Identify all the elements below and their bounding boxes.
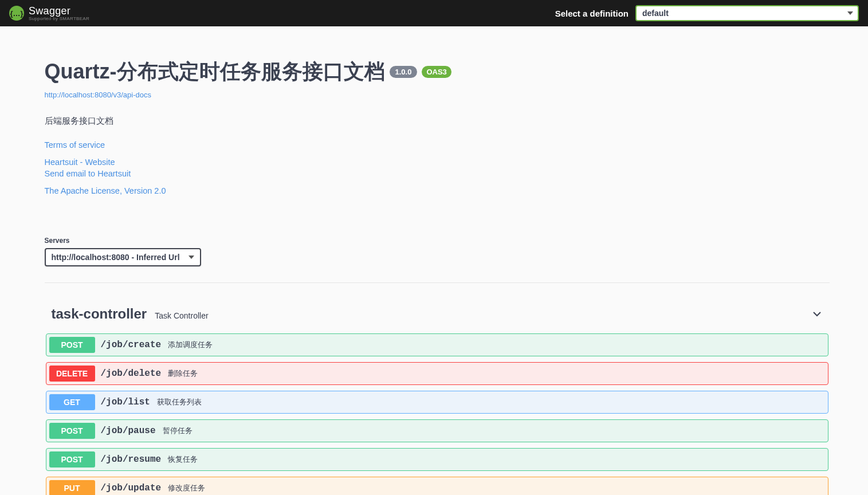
operation-summary: 恢复任务 <box>168 454 198 465</box>
operation-path: /job/resume <box>101 454 162 465</box>
operation-row[interactable]: GET/job/list获取任务列表 <box>46 391 828 414</box>
servers-label: Servers <box>45 237 830 245</box>
logo: {…} Swagger Supported by SMARTBEAR <box>9 5 89 21</box>
operation-row[interactable]: POST/job/resume恢复任务 <box>46 448 828 471</box>
servers-section: Servers http://localhost:8080 - Inferred… <box>45 237 830 283</box>
spec-url-link[interactable]: http://localhost:8080/v3/api-docs <box>45 91 151 99</box>
terms-link[interactable]: Terms of service <box>45 140 830 150</box>
tag-name: task-controller <box>52 306 147 322</box>
contact-website-link[interactable]: Heartsuit - Website <box>45 158 830 167</box>
operation-row[interactable]: DELETE/job/delete删除任务 <box>46 362 828 385</box>
operation-row[interactable]: POST/job/pause暂停任务 <box>46 419 828 442</box>
operation-summary: 修改度任务 <box>168 483 205 493</box>
operation-path: /job/list <box>101 397 150 407</box>
license-link[interactable]: The Apache License, Version 2.0 <box>45 186 830 195</box>
method-badge: POST <box>49 337 95 353</box>
api-title: Quartz-分布式定时任务服务接口文档 <box>45 58 385 86</box>
tag-section: task-controller Task Controller POST/job… <box>45 301 830 495</box>
operation-path: /job/delete <box>101 368 162 379</box>
method-badge: GET <box>49 394 95 410</box>
method-badge: POST <box>49 423 95 439</box>
contact-email-link[interactable]: Send email to Heartsuit <box>45 169 830 178</box>
operation-summary: 添加调度任务 <box>168 340 213 350</box>
version-badge: 1.0.0 <box>390 66 418 78</box>
brand-text: Swagger <box>29 5 70 17</box>
operation-path: /job/update <box>101 483 162 493</box>
server-select[interactable]: http://localhost:8080 - Inferred Url <box>45 248 201 266</box>
info-section: Quartz-分布式定时任务服务接口文档 1.0.0 OAS3 http://l… <box>45 26 830 215</box>
definition-label: Select a definition <box>555 9 629 18</box>
operation-summary: 删除任务 <box>168 368 198 379</box>
tag-description: Task Controller <box>155 311 208 320</box>
operation-row[interactable]: PUT/job/update修改度任务 <box>46 477 828 495</box>
method-badge: DELETE <box>49 366 95 382</box>
operation-summary: 暂停任务 <box>163 426 193 436</box>
operation-path: /job/pause <box>101 426 156 436</box>
oas-badge: OAS3 <box>422 66 451 78</box>
api-description: 后端服务接口文档 <box>45 116 830 127</box>
definition-select[interactable]: default <box>635 5 859 21</box>
topbar: {…} Swagger Supported by SMARTBEAR Selec… <box>0 0 868 26</box>
definition-selector-wrap: Select a definition default <box>555 5 859 21</box>
brand-subtext: Supported by SMARTBEAR <box>29 16 89 21</box>
chevron-down-icon <box>811 308 823 320</box>
method-badge: PUT <box>49 480 95 495</box>
operation-summary: 获取任务列表 <box>157 397 202 407</box>
tag-header[interactable]: task-controller Task Controller <box>45 301 830 327</box>
method-badge: POST <box>49 451 95 467</box>
operation-row[interactable]: POST/job/create添加调度任务 <box>46 333 828 356</box>
swagger-icon: {…} <box>9 6 24 21</box>
operation-path: /job/create <box>101 340 162 350</box>
